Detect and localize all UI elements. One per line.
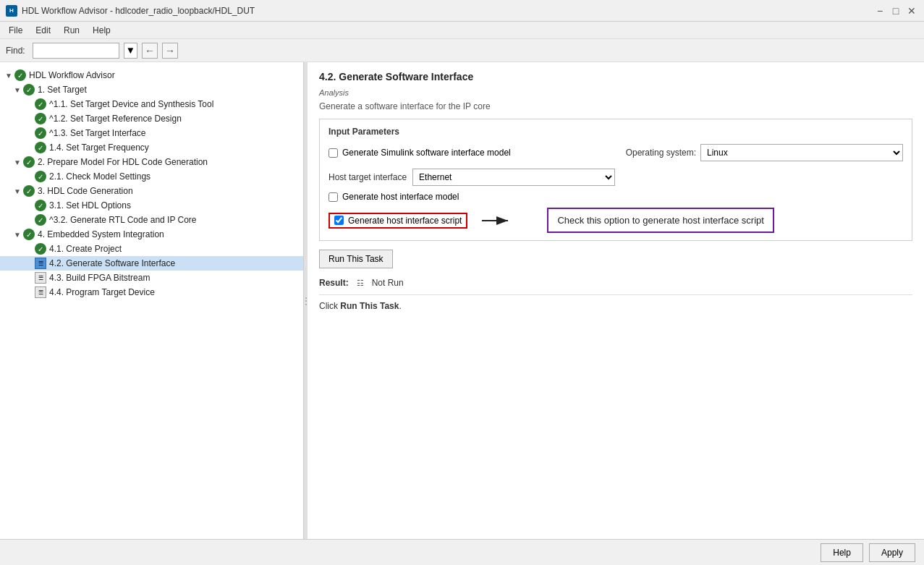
window-controls: − □ ✕ [873, 4, 918, 17]
tree-label-1-1: ^1.1. Set Target Device and Synthesis To… [49, 99, 213, 109]
result-label: Result: [319, 278, 349, 288]
tree-node-root[interactable]: ▼ ✓ HDL Workflow Advisor [0, 68, 303, 82]
host-model-row: Generate host interface model [329, 192, 903, 202]
window-title: HDL Workflow Advisor - hdlcoder_radio_lo… [22, 6, 255, 16]
title-bar: H HDL Workflow Advisor - hdlcoder_radio_… [0, 0, 924, 22]
host-script-highlighted: Generate host interface script [329, 213, 467, 229]
check-icon-1-2: ✓ [35, 113, 46, 124]
tree-node-1-3[interactable]: ✓ ^1.3. Set Target Interface [0, 126, 303, 140]
tree-node-1-4[interactable]: ✓ 1.4. Set Target Frequency [0, 140, 303, 155]
tree-label-1-2: ^1.2. Set Target Reference Design [49, 114, 182, 124]
find-label: Find: [6, 46, 25, 56]
tree-label-3-1: 3.1. Set HDL Options [49, 200, 131, 211]
spacer-3-2 [23, 214, 35, 226]
host-interface-row: Host target interface Ethernet USB Seria… [329, 169, 903, 186]
menu-bar: File Edit Run Help [0, 22, 924, 39]
close-button[interactable]: ✕ [905, 4, 918, 17]
simulink-checkbox-label[interactable]: Generate Simulink software interface mod… [329, 148, 511, 158]
nav-forward-button[interactable]: → [162, 43, 178, 59]
check-icon-1: ✓ [23, 84, 35, 95]
check-icon-1-3: ✓ [35, 127, 46, 139]
simulink-checkbox-text: Generate Simulink software interface mod… [342, 148, 511, 158]
tree-label-1: 1. Set Target [38, 85, 87, 95]
tree-node-1-2[interactable]: ✓ ^1.2. Set Target Reference Design [0, 111, 303, 126]
page-icon-4-4: ☰ [35, 286, 46, 298]
minimize-button[interactable]: − [873, 4, 886, 17]
os-row: Operating system: Linux Windows [626, 144, 903, 161]
nav-back-button[interactable]: ← [142, 43, 158, 59]
tree-label-3-2: ^3.2. Generate RTL Code and IP Core [49, 215, 197, 225]
tree-node-4-4[interactable]: ☰ 4.4. Program Target Device [0, 285, 303, 300]
tree-node-3-1[interactable]: ✓ 3.1. Set HDL Options [0, 198, 303, 213]
host-interface-label: Host target interface [329, 172, 407, 182]
annotation-text: Check this option to generate host inter… [557, 215, 763, 226]
spacer-4-4 [23, 286, 35, 298]
expand-3[interactable]: ▼ [12, 185, 23, 197]
annotation-box: Check this option to generate host inter… [547, 208, 773, 233]
menu-file[interactable]: File [3, 24, 28, 37]
check-icon-4: ✓ [23, 229, 35, 240]
tree-label-4-2: 4.2. Generate Software Interface [49, 258, 175, 268]
check-icon-3: ✓ [23, 185, 35, 197]
spacer-4-3 [23, 272, 35, 284]
bottom-bar: Help Apply [0, 539, 924, 565]
tree-node-4-3[interactable]: ☰ 4.3. Build FPGA Bitstream [0, 271, 303, 285]
host-interface-select[interactable]: Ethernet USB Serial [412, 169, 615, 186]
menu-run[interactable]: Run [58, 24, 85, 37]
right-panel: 4.2. Generate Software Interface Analysi… [308, 62, 924, 539]
check-icon-root: ✓ [14, 69, 26, 81]
run-task-button[interactable]: Run This Task [319, 250, 393, 268]
host-model-checkbox-label[interactable]: Generate host interface model [329, 192, 459, 202]
tree-node-1-1[interactable]: ✓ ^1.1. Set Target Device and Synthesis … [0, 97, 303, 111]
os-label: Operating system: [626, 148, 696, 158]
menu-help[interactable]: Help [87, 24, 116, 37]
tree-node-4[interactable]: ▼ ✓ 4. Embedded System Integration [0, 227, 303, 242]
simulink-checkbox[interactable] [329, 148, 338, 158]
tree-node-3[interactable]: ▼ ✓ 3. HDL Code Generation [0, 184, 303, 198]
tree-label-2-1: 2.1. Check Model Settings [49, 171, 151, 182]
arrow-svg [479, 212, 515, 229]
host-script-checkbox[interactable] [334, 216, 344, 225]
find-input[interactable] [33, 43, 119, 59]
help-button[interactable]: Help [821, 543, 863, 562]
expand-1[interactable]: ▼ [12, 84, 23, 95]
spacer-1-4 [23, 142, 35, 153]
expand-4[interactable]: ▼ [12, 229, 23, 240]
tree-node-4-1[interactable]: ✓ 4.1. Create Project [0, 242, 303, 256]
tree-label-4: 4. Embedded System Integration [38, 229, 164, 239]
tree-label-1-4: 1.4. Set Target Frequency [49, 143, 149, 153]
app-icon: H [6, 5, 17, 17]
result-desc-bold: Run This Task [340, 301, 399, 311]
spacer-1-2 [23, 113, 35, 124]
tree-label-4-1: 4.1. Create Project [49, 244, 122, 254]
result-description: Click Run This Task. [319, 301, 912, 311]
tree-label-4-4: 4.4. Program Target Device [49, 287, 155, 297]
toolbar: Find: ▼ ← → [0, 39, 924, 62]
expand-root[interactable]: ▼ [3, 69, 14, 81]
left-panel: ▼ ✓ HDL Workflow Advisor ▼ ✓ 1. Set Targ… [0, 62, 304, 539]
result-desc-suffix: . [399, 301, 401, 311]
find-dropdown-btn[interactable]: ▼ [124, 43, 137, 59]
host-model-checkbox[interactable] [329, 192, 338, 202]
tree-node-2[interactable]: ▼ ✓ 2. Prepare Model For HDL Code Genera… [0, 155, 303, 169]
spacer-1-1 [23, 98, 35, 110]
tree-label-2: 2. Prepare Model For HDL Code Generation [38, 157, 208, 167]
host-script-checkbox-text: Generate host interface script [348, 216, 462, 226]
apply-button[interactable]: Apply [869, 543, 915, 562]
tree-node-1[interactable]: ▼ ✓ 1. Set Target [0, 82, 303, 97]
maximize-button[interactable]: □ [889, 4, 902, 17]
menu-edit[interactable]: Edit [30, 24, 56, 37]
tree-node-2-1[interactable]: ✓ 2.1. Check Model Settings [0, 169, 303, 184]
annotation-container: Check this option to generate host inter… [479, 208, 773, 233]
expand-2[interactable]: ▼ [12, 156, 23, 168]
tree-label-3: 3. HDL Code Generation [38, 186, 133, 196]
check-icon-1-1: ✓ [35, 98, 46, 110]
page-icon-4-2: ☰ [35, 258, 46, 269]
host-model-checkbox-text: Generate host interface model [342, 192, 459, 202]
spacer-4-1 [23, 243, 35, 255]
os-select[interactable]: Linux Windows [700, 144, 903, 161]
tree-node-4-2[interactable]: ☰ 4.2. Generate Software Interface [0, 256, 303, 271]
tree-node-3-2[interactable]: ✓ ^3.2. Generate RTL Code and IP Core [0, 213, 303, 227]
check-icon-1-4: ✓ [35, 142, 46, 153]
check-icon-2-1: ✓ [35, 171, 46, 182]
